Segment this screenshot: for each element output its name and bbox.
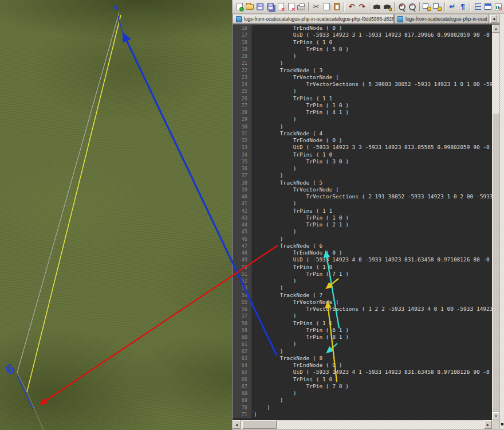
redo-icon[interactable]: ↷ [357,2,367,12]
toolbar-separator [344,2,345,11]
close-icon[interactable] [275,2,286,12]
code-line: 45 ) [233,228,492,235]
code-line: 28 TrPin ( 4 1 ) [233,109,492,116]
word-wrap-icon[interactable]: ↵ [447,2,458,12]
scroll-right-button[interactable]: ▶ [484,420,492,429]
scroll-left-button[interactable]: ◀ [233,420,241,429]
sync-vertical-scroll-icon[interactable] [422,2,432,11]
vertical-scrollbar[interactable]: ▲ ▼ [492,25,500,420]
line-text: TrVectorSections ( 2 191 38052 -5933 149… [251,193,492,200]
zoom-in-icon[interactable]: + [397,2,407,12]
undo-icon[interactable]: ↶ [346,2,357,12]
horizontal-scroll-thumb[interactable] [242,420,277,429]
code-line: 63 TrackNode ( 8 [233,355,492,362]
new-file-icon[interactable] [234,2,245,12]
horizontal-scrollbar[interactable]: ◀ ▶ [233,420,492,429]
line-number: 63 [233,355,251,362]
code-editor[interactable]: 16 TrEndNode ( 0 ) 17 UiD ( -5933 14923 … [233,25,492,420]
scroll-up-button[interactable]: ▲ [492,25,500,33]
sync-horizontal-scroll-icon[interactable] [432,2,443,11]
line-text: ) [251,284,283,291]
code-line: 30 ) [233,123,492,130]
code-line: 23 TrVectorNode ( [233,74,492,81]
zoom-out-icon[interactable]: − [407,2,418,12]
line-text: TrPins ( 1 1 [251,320,332,327]
close-all-icon[interactable] [286,2,296,12]
tab-1[interactable]: logs-from-ocatiecatalogus-php-in-ocatiec… [233,14,394,24]
line-text: UiD ( -5933 14923 4 1 -5933 14923 831.63… [251,369,490,376]
line-text: ) [251,200,296,207]
line-number: 61 [233,341,251,347]
code-line: 27 TrPin ( 1 0 ) [233,102,492,109]
line-number: 31 [233,130,251,137]
copy-icon[interactable] [321,2,332,12]
line-text: ) [251,172,283,179]
screen: 8 6 ✂ ↶ ↷ + − [0,0,504,430]
code-line: 40 TrVectorSections ( 2 191 38052 -5933 … [233,193,492,200]
editor-window: ✂ ↶ ↷ + − ↵ ¶ [232,0,504,430]
line-text: UiD ( -5933 14923 4 0 -5933 14923 831.63… [251,256,490,263]
code-line: 58 TrPins ( 1 1 [233,320,492,327]
line-number: 39 [233,186,251,193]
line-number: 56 [233,306,251,312]
line-number: 42 [233,208,251,214]
scroll-down-button[interactable]: ▼ [492,412,500,420]
code-line: 51 TrPin ( 7 1 ) [233,271,492,277]
line-number: 44 [233,221,251,228]
code-line: 67 TrPin ( 7 0 ) [233,383,492,390]
line-text: TrPin ( 1 0 ) [251,214,349,221]
line-number: 19 [233,46,251,53]
line-number: 26 [233,95,251,102]
print-icon[interactable] [296,2,306,12]
line-text: TrPin ( 3 0 ) [251,158,349,165]
line-text: TrPins ( 1 0 [251,39,332,46]
show-all-characters-icon[interactable]: ¶ [458,2,468,12]
document-switcher-icon[interactable] [483,2,493,12]
line-text: TrackNode ( 4 [251,130,322,137]
line-number: 32 [233,137,251,144]
line-number: 33 [233,144,251,151]
cut-icon[interactable]: ✂ [311,2,321,12]
code-line: 70 ) [233,404,492,411]
line-number: 58 [233,320,251,327]
tab-2[interactable]: logs-from-ocatiecatalogus-php-in-ocat [394,14,489,24]
line-number: 29 [233,116,251,123]
code-line: 61 ) [233,341,492,347]
tab-scroll-left-button[interactable]: ◀ [490,15,497,23]
line-text: TrPin ( 2 1 ) [251,221,349,228]
line-number: 66 [233,376,251,383]
document-map-icon[interactable] [493,2,503,12]
code-line: 17 UiD ( -5933 14923 3 1 -5933 14923 817… [233,32,492,38]
replace-icon[interactable] [382,2,392,12]
line-text: TrackNode ( 7 [251,292,322,299]
save-icon[interactable] [255,2,265,12]
find-icon[interactable] [372,2,382,12]
code-line: 33 UiD ( -5933 14923 3 3 -5933 14923 813… [233,144,492,151]
line-number: 60 [233,334,251,341]
line-number: 52 [233,277,251,284]
code-line: 65 UiD ( -5933 14923 4 1 -5933 14923 831… [233,369,492,376]
line-text: ) [251,123,283,130]
line-number: 46 [233,236,251,243]
code-line: 39 TrVectorNode ( [233,186,492,193]
line-text: TrPin ( 8 1 ) [251,334,349,341]
line-text: ) [251,53,296,60]
code-line: 66 TrPins ( 1 0 [233,376,492,383]
line-number: 57 [233,312,251,319]
code-line: 57 ) [233,312,492,319]
paste-icon[interactable] [332,2,342,12]
line-number: 59 [233,327,251,334]
code-line: 56 TrVectorSections ( 1 2 2 -5933 14923 … [233,306,492,312]
toolbar-separator [394,2,395,11]
vertical-scroll-thumb[interactable] [492,113,500,412]
indent-guide-icon[interactable] [472,2,483,12]
tab-bar: logs-from-ocatiecatalogus-php-in-ocatiec… [233,14,504,25]
line-text: ) [251,348,283,355]
save-all-icon[interactable] [265,2,275,12]
code-line: 26 TrPins ( 1 1 [233,95,492,102]
line-text: TrEndNode ( 0 ) [251,25,342,32]
code-line: 37 ) [233,172,492,179]
code-line: 18 TrPins ( 1 0 [233,39,492,46]
open-file-icon[interactable] [245,2,255,12]
line-number: 24 [233,81,251,88]
